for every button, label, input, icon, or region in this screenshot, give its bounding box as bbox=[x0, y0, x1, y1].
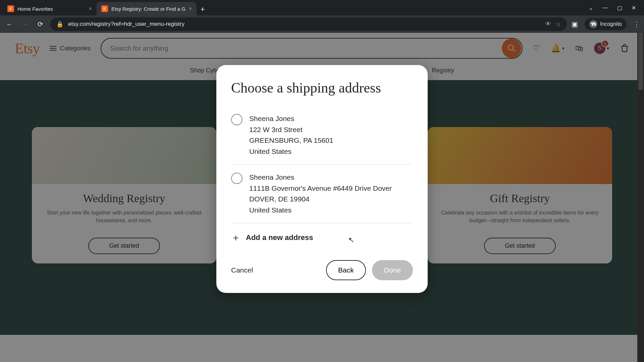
incognito-label: Incognito bbox=[600, 21, 622, 27]
address-text: Sheena Jones 1111B Governor's Avenue #64… bbox=[249, 172, 392, 216]
close-window-icon[interactable]: ✕ bbox=[632, 5, 636, 11]
modal-title: Choose a shipping address bbox=[231, 80, 413, 96]
incognito-icon bbox=[589, 20, 597, 28]
shipping-address-modal: Choose a shipping address Sheena Jones 1… bbox=[216, 65, 428, 293]
etsy-favicon: E bbox=[7, 5, 14, 12]
done-button[interactable]: Done bbox=[372, 260, 413, 280]
etsy-favicon: E bbox=[101, 5, 108, 12]
close-icon[interactable]: × bbox=[189, 6, 192, 12]
minimize-icon[interactable]: ― bbox=[602, 5, 608, 11]
forward-browser-button[interactable]: → bbox=[19, 19, 30, 29]
close-icon[interactable]: × bbox=[89, 6, 92, 12]
tab-title: Home Favorites bbox=[17, 6, 86, 12]
panel-icon[interactable]: ▣ bbox=[572, 20, 578, 28]
address-text: Sheena Jones 122 W 3rd Street GREENSBURG… bbox=[249, 113, 333, 157]
incognito-indicator[interactable]: Incognito bbox=[585, 18, 627, 30]
browser-chrome: E Home Favorites × E Etsy Registry: Crea… bbox=[0, 0, 644, 33]
address-bar[interactable]: 🔒 etsy.com/registry?ref=hdr_user_menu-re… bbox=[50, 17, 567, 31]
maximize-icon[interactable]: ▢ bbox=[617, 5, 622, 11]
address-option-1[interactable]: Sheena Jones 1111B Governor's Avenue #64… bbox=[231, 165, 413, 223]
chevron-down-icon[interactable]: ⌄ bbox=[589, 5, 593, 11]
page-viewport: Etsy Categories ♡ 🔔▾ 🛍 S 1 ▾ Shop Cyber bbox=[0, 33, 644, 362]
url-text: etsy.com/registry?ref=hdr_user_menu-regi… bbox=[68, 21, 541, 27]
tab-title: Etsy Registry: Create or Find a G bbox=[111, 6, 185, 12]
reload-button[interactable]: ⟳ bbox=[35, 19, 46, 29]
address-country: United States bbox=[249, 146, 333, 157]
eye-off-icon[interactable]: 👁 bbox=[545, 21, 551, 27]
radio-icon[interactable] bbox=[231, 114, 243, 125]
address-line1: 1111B Governor's Avenue #6449 Drive Dove… bbox=[249, 183, 392, 194]
address-name: Sheena Jones bbox=[249, 113, 333, 124]
back-button[interactable]: Back bbox=[326, 260, 366, 280]
modal-overlay[interactable]: Choose a shipping address Sheena Jones 1… bbox=[0, 33, 644, 362]
address-line1: 122 W 3rd Street bbox=[249, 124, 333, 135]
tab-strip: E Home Favorites × E Etsy Registry: Crea… bbox=[0, 0, 644, 15]
back-browser-button[interactable]: ← bbox=[4, 19, 15, 29]
kebab-icon[interactable]: ⋮ bbox=[633, 20, 640, 28]
browser-tab-0[interactable]: E Home Favorites × bbox=[3, 2, 97, 15]
browser-tab-1[interactable]: E Etsy Registry: Create or Find a G × bbox=[97, 2, 197, 15]
address-option-0[interactable]: Sheena Jones 122 W 3rd Street GREENSBURG… bbox=[231, 106, 413, 165]
lock-icon: 🔒 bbox=[56, 21, 63, 28]
plus-icon: ＋ bbox=[231, 231, 240, 244]
address-line2: DOVER, DE 19904 bbox=[249, 194, 392, 205]
new-tab-button[interactable]: + bbox=[197, 3, 209, 15]
window-controls: ⌄ ― ▢ ✕ bbox=[589, 0, 644, 15]
toolbar-right: ▣ Incognito ⋮ bbox=[572, 18, 640, 30]
modal-actions: Cancel Back Done bbox=[231, 260, 413, 280]
star-icon[interactable]: ☆ bbox=[556, 21, 561, 28]
add-new-address[interactable]: ＋ Add a new address bbox=[231, 223, 413, 247]
address-country: United States bbox=[249, 205, 392, 216]
add-address-label: Add a new address bbox=[246, 233, 313, 242]
browser-toolbar: ← → ⟳ 🔒 etsy.com/registry?ref=hdr_user_m… bbox=[0, 15, 644, 33]
radio-icon[interactable] bbox=[231, 173, 243, 184]
address-name: Sheena Jones bbox=[249, 172, 392, 183]
cancel-button[interactable]: Cancel bbox=[231, 266, 253, 274]
address-line2: GREENSBURG, PA 15601 bbox=[249, 135, 333, 146]
